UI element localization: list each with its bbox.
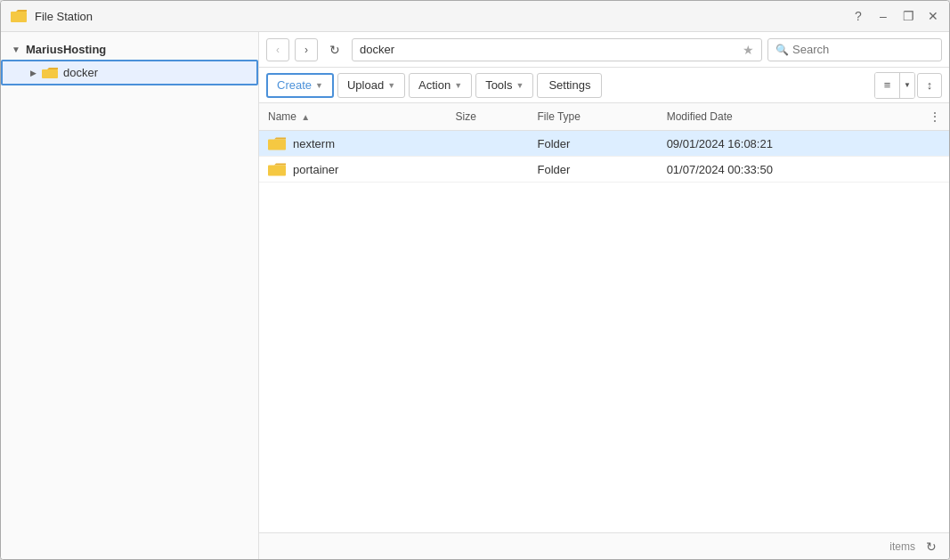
file-table: Name ▲ Size File Type Modified Date bbox=[259, 103, 949, 183]
view-list-button[interactable]: ≡ bbox=[875, 73, 900, 98]
folder-icon-sidebar bbox=[42, 67, 58, 79]
col-name[interactable]: Name ▲ bbox=[259, 103, 447, 131]
statusbar: items ↻ bbox=[259, 532, 949, 559]
svg-rect-1 bbox=[42, 69, 58, 78]
search-icon: 🔍 bbox=[775, 44, 789, 56]
col-size[interactable]: Size bbox=[447, 103, 529, 131]
action-dropdown-arrow-icon: ▼ bbox=[454, 81, 462, 90]
tools-label: Tools bbox=[485, 78, 512, 92]
sort-button[interactable]: ↕ bbox=[917, 73, 942, 98]
sort-icon: ↕ bbox=[927, 78, 933, 92]
upload-dropdown-arrow-icon: ▼ bbox=[387, 81, 395, 90]
minimize-button[interactable]: – bbox=[876, 9, 890, 23]
row-options bbox=[921, 131, 949, 157]
sidebar-item-label: docker bbox=[63, 66, 98, 79]
row-modified-date: 01/07/2024 00:33:50 bbox=[658, 157, 921, 183]
create-label: Create bbox=[277, 78, 312, 92]
create-button[interactable]: Create ▼ bbox=[266, 73, 334, 98]
upload-label: Upload bbox=[347, 78, 384, 92]
group-arrow-icon: ▼ bbox=[10, 44, 22, 56]
sidebar-item-docker[interactable]: ▶ docker bbox=[1, 60, 258, 85]
table-row[interactable]: portainer Folder 01/07/2024 00:33:50 bbox=[259, 157, 949, 183]
path-bar[interactable]: docker ★ bbox=[352, 38, 762, 61]
items-label: items bbox=[889, 540, 915, 553]
tools-dropdown-arrow-icon: ▼ bbox=[516, 81, 524, 90]
row-size bbox=[447, 131, 529, 157]
col-options[interactable]: ⋮ bbox=[921, 103, 949, 131]
row-name-cell: nexterm bbox=[259, 131, 447, 157]
restore-button[interactable]: ❐ bbox=[901, 9, 915, 23]
col-modified-date[interactable]: Modified Date bbox=[658, 103, 921, 131]
nav-forward-button[interactable]: › bbox=[295, 38, 318, 61]
toolbar-right: ≡ ▼ ↕ bbox=[874, 72, 942, 99]
toolbar-top: ‹ › ↻ docker ★ 🔍 bbox=[259, 32, 949, 68]
statusbar-refresh-button[interactable]: ↻ bbox=[922, 538, 940, 556]
help-button[interactable]: ? bbox=[851, 9, 865, 23]
folder-icon-nexterm bbox=[268, 136, 286, 150]
favorite-star-icon[interactable]: ★ bbox=[743, 43, 754, 57]
sidebar-group-mariushosting: ▼ MariusHosting ▶ docker bbox=[1, 39, 258, 85]
toolbar-actions: Create ▼ Upload ▼ Action ▼ Tools ▼ Setti… bbox=[259, 68, 949, 103]
upload-button[interactable]: Upload ▼ bbox=[337, 73, 405, 98]
svg-rect-0 bbox=[11, 12, 27, 22]
view-dropdown-arrow-icon: ▼ bbox=[904, 81, 911, 89]
item-arrow-icon: ▶ bbox=[28, 68, 38, 78]
sidebar-group-label: MariusHosting bbox=[26, 43, 106, 56]
table-row[interactable]: nexterm Folder 09/01/2024 16:08:21 bbox=[259, 131, 949, 157]
sidebar-group-header[interactable]: ▼ MariusHosting bbox=[1, 39, 258, 60]
path-text: docker bbox=[360, 43, 394, 56]
nav-back-button[interactable]: ‹ bbox=[266, 38, 289, 61]
file-table-header: Name ▲ Size File Type Modified Date bbox=[259, 103, 949, 131]
view-list-icon: ≡ bbox=[884, 78, 891, 92]
name-sort-icon: ▲ bbox=[301, 112, 310, 122]
search-bar[interactable]: 🔍 bbox=[767, 38, 942, 61]
main-area: ▼ MariusHosting ▶ docker ‹ › ↻ bbox=[1, 32, 949, 559]
file-table-body: nexterm Folder 09/01/2024 16:08:21 bbox=[259, 131, 949, 183]
refresh-button[interactable]: ↻ bbox=[323, 38, 346, 61]
row-name: nexterm bbox=[293, 137, 335, 150]
row-size bbox=[447, 157, 529, 183]
view-dropdown-button[interactable]: ▼ bbox=[900, 73, 914, 98]
row-file-type: Folder bbox=[528, 131, 657, 157]
window-title: File Station bbox=[35, 10, 93, 23]
row-modified-date: 09/01/2024 16:08:21 bbox=[658, 131, 921, 157]
titlebar: File Station ? – ❐ ✕ bbox=[1, 1, 949, 32]
svg-rect-2 bbox=[268, 140, 286, 150]
app-icon bbox=[10, 7, 28, 25]
close-button[interactable]: ✕ bbox=[926, 9, 940, 23]
file-station-window: File Station ? – ❐ ✕ ▼ MariusHosting ▶ bbox=[0, 0, 950, 560]
row-name: portainer bbox=[293, 163, 338, 176]
folder-icon-portainer bbox=[268, 162, 286, 176]
row-options bbox=[921, 157, 949, 183]
action-button[interactable]: Action ▼ bbox=[409, 73, 472, 98]
settings-label: Settings bbox=[548, 78, 590, 92]
file-table-area: Name ▲ Size File Type Modified Date bbox=[259, 103, 949, 532]
row-name-cell: portainer bbox=[259, 157, 447, 183]
svg-rect-3 bbox=[268, 166, 286, 176]
search-input[interactable] bbox=[792, 43, 934, 56]
tools-button[interactable]: Tools ▼ bbox=[475, 73, 533, 98]
action-label: Action bbox=[418, 78, 451, 92]
content-area: ‹ › ↻ docker ★ 🔍 Create ▼ U bbox=[259, 32, 949, 559]
titlebar-controls: ? – ❐ ✕ bbox=[851, 9, 940, 23]
settings-button[interactable]: Settings bbox=[537, 73, 602, 98]
sidebar: ▼ MariusHosting ▶ docker bbox=[1, 32, 259, 559]
row-file-type: Folder bbox=[528, 157, 657, 183]
col-file-type[interactable]: File Type bbox=[528, 103, 657, 131]
create-dropdown-arrow-icon: ▼ bbox=[315, 81, 323, 90]
titlebar-left: File Station bbox=[10, 7, 93, 25]
